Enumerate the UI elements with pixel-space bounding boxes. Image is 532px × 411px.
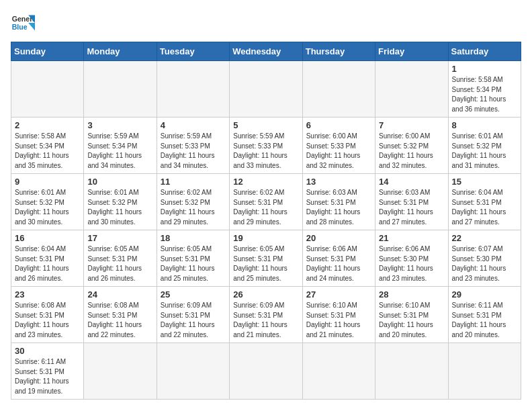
calendar-cell bbox=[448, 343, 521, 400]
calendar-cell: 4Sunrise: 5:59 AMSunset: 5:33 PMDaylight… bbox=[157, 118, 229, 174]
calendar-cell: 10Sunrise: 6:01 AMSunset: 5:32 PMDayligh… bbox=[84, 174, 157, 230]
day-info: Sunrise: 6:03 AMSunset: 5:31 PMDaylight:… bbox=[306, 188, 371, 227]
day-number: 13 bbox=[306, 177, 371, 187]
calendar-cell bbox=[84, 343, 157, 400]
calendar-cell: 6Sunrise: 6:00 AMSunset: 5:33 PMDaylight… bbox=[302, 118, 375, 174]
calendar-cell: 1Sunrise: 5:58 AMSunset: 5:34 PMDaylight… bbox=[448, 61, 521, 118]
day-info: Sunrise: 6:05 AMSunset: 5:31 PMDaylight:… bbox=[233, 244, 298, 283]
calendar-cell: 20Sunrise: 6:06 AMSunset: 5:31 PMDayligh… bbox=[302, 230, 375, 287]
day-info: Sunrise: 6:06 AMSunset: 5:31 PMDaylight:… bbox=[306, 244, 371, 283]
day-info: Sunrise: 6:01 AMSunset: 5:32 PMDaylight:… bbox=[87, 188, 152, 227]
day-info: Sunrise: 6:09 AMSunset: 5:31 PMDaylight:… bbox=[161, 301, 226, 340]
day-info: Sunrise: 5:59 AMSunset: 5:33 PMDaylight:… bbox=[161, 132, 226, 171]
weekday-header-wednesday: Wednesday bbox=[230, 42, 302, 61]
calendar-cell: 12Sunrise: 6:02 AMSunset: 5:31 PMDayligh… bbox=[230, 174, 302, 230]
day-info: Sunrise: 6:01 AMSunset: 5:32 PMDaylight:… bbox=[15, 188, 80, 227]
page-header: General Blue bbox=[11, 11, 521, 35]
calendar-cell: 7Sunrise: 6:00 AMSunset: 5:32 PMDaylight… bbox=[375, 118, 448, 174]
weekday-header-sunday: Sunday bbox=[11, 42, 84, 61]
day-info: Sunrise: 6:09 AMSunset: 5:31 PMDaylight:… bbox=[233, 301, 298, 340]
day-info: Sunrise: 6:06 AMSunset: 5:30 PMDaylight:… bbox=[379, 244, 444, 283]
day-number: 18 bbox=[161, 233, 226, 243]
calendar-cell bbox=[230, 343, 302, 400]
calendar-table: SundayMondayTuesdayWednesdayThursdayFrid… bbox=[11, 42, 521, 400]
calendar-cell: 15Sunrise: 6:04 AMSunset: 5:31 PMDayligh… bbox=[448, 174, 521, 230]
calendar-cell: 3Sunrise: 5:59 AMSunset: 5:34 PMDaylight… bbox=[84, 118, 157, 174]
calendar-cell: 9Sunrise: 6:01 AMSunset: 5:32 PMDaylight… bbox=[11, 174, 84, 230]
calendar-cell bbox=[230, 61, 302, 118]
calendar-cell: 30Sunrise: 6:11 AMSunset: 5:31 PMDayligh… bbox=[11, 343, 84, 400]
day-info: Sunrise: 6:05 AMSunset: 5:31 PMDaylight:… bbox=[87, 244, 152, 283]
day-info: Sunrise: 6:04 AMSunset: 5:31 PMDaylight:… bbox=[15, 244, 80, 283]
day-number: 29 bbox=[452, 289, 517, 300]
day-info: Sunrise: 5:59 AMSunset: 5:33 PMDaylight:… bbox=[233, 132, 298, 171]
day-number: 30 bbox=[15, 346, 80, 356]
day-info: Sunrise: 6:01 AMSunset: 5:32 PMDaylight:… bbox=[452, 132, 517, 171]
calendar-cell: 13Sunrise: 6:03 AMSunset: 5:31 PMDayligh… bbox=[302, 174, 375, 230]
day-number: 4 bbox=[161, 120, 226, 130]
weekday-header-monday: Monday bbox=[84, 42, 157, 61]
day-number: 22 bbox=[452, 233, 517, 243]
svg-text:Blue: Blue bbox=[12, 23, 28, 31]
calendar-cell: 19Sunrise: 6:05 AMSunset: 5:31 PMDayligh… bbox=[230, 230, 302, 287]
calendar-cell bbox=[157, 343, 229, 400]
day-info: Sunrise: 5:59 AMSunset: 5:34 PMDaylight:… bbox=[87, 132, 152, 171]
day-info: Sunrise: 6:03 AMSunset: 5:31 PMDaylight:… bbox=[379, 188, 444, 227]
weekday-header-friday: Friday bbox=[375, 42, 448, 61]
day-number: 19 bbox=[233, 233, 298, 243]
calendar-cell: 22Sunrise: 6:07 AMSunset: 5:30 PMDayligh… bbox=[448, 230, 521, 287]
day-info: Sunrise: 6:02 AMSunset: 5:31 PMDaylight:… bbox=[233, 188, 298, 227]
weekday-header-thursday: Thursday bbox=[302, 42, 375, 61]
day-info: Sunrise: 6:11 AMSunset: 5:31 PMDaylight:… bbox=[15, 357, 80, 396]
day-number: 8 bbox=[452, 120, 517, 130]
day-number: 24 bbox=[87, 289, 152, 300]
day-info: Sunrise: 6:10 AMSunset: 5:31 PMDaylight:… bbox=[379, 301, 444, 340]
day-number: 27 bbox=[306, 289, 371, 300]
calendar-cell: 24Sunrise: 6:08 AMSunset: 5:31 PMDayligh… bbox=[84, 287, 157, 343]
logo: General Blue bbox=[11, 11, 35, 35]
calendar-cell bbox=[302, 343, 375, 400]
day-number: 3 bbox=[87, 120, 152, 130]
calendar-cell bbox=[375, 343, 448, 400]
day-info: Sunrise: 6:02 AMSunset: 5:32 PMDaylight:… bbox=[161, 188, 226, 227]
calendar-cell: 16Sunrise: 6:04 AMSunset: 5:31 PMDayligh… bbox=[11, 230, 84, 287]
day-number: 20 bbox=[306, 233, 371, 243]
day-info: Sunrise: 6:04 AMSunset: 5:31 PMDaylight:… bbox=[452, 188, 517, 227]
day-number: 28 bbox=[379, 289, 444, 300]
day-number: 11 bbox=[161, 177, 226, 187]
calendar-cell: 27Sunrise: 6:10 AMSunset: 5:31 PMDayligh… bbox=[302, 287, 375, 343]
calendar-cell: 2Sunrise: 5:58 AMSunset: 5:34 PMDaylight… bbox=[11, 118, 84, 174]
calendar-cell: 14Sunrise: 6:03 AMSunset: 5:31 PMDayligh… bbox=[375, 174, 448, 230]
calendar-cell bbox=[157, 61, 229, 118]
day-number: 9 bbox=[15, 177, 80, 187]
day-info: Sunrise: 5:58 AMSunset: 5:34 PMDaylight:… bbox=[452, 75, 517, 114]
day-info: Sunrise: 6:00 AMSunset: 5:33 PMDaylight:… bbox=[306, 132, 371, 171]
calendar-cell: 25Sunrise: 6:09 AMSunset: 5:31 PMDayligh… bbox=[157, 287, 229, 343]
calendar-cell: 29Sunrise: 6:11 AMSunset: 5:31 PMDayligh… bbox=[448, 287, 521, 343]
calendar-cell bbox=[375, 61, 448, 118]
day-info: Sunrise: 6:05 AMSunset: 5:31 PMDaylight:… bbox=[161, 244, 226, 283]
svg-marker-3 bbox=[28, 23, 35, 30]
calendar-cell: 8Sunrise: 6:01 AMSunset: 5:32 PMDaylight… bbox=[448, 118, 521, 174]
day-number: 26 bbox=[233, 289, 298, 300]
day-number: 1 bbox=[452, 64, 517, 74]
calendar-cell: 28Sunrise: 6:10 AMSunset: 5:31 PMDayligh… bbox=[375, 287, 448, 343]
day-number: 25 bbox=[161, 289, 226, 300]
calendar-cell: 26Sunrise: 6:09 AMSunset: 5:31 PMDayligh… bbox=[230, 287, 302, 343]
calendar-cell: 11Sunrise: 6:02 AMSunset: 5:32 PMDayligh… bbox=[157, 174, 229, 230]
weekday-header-tuesday: Tuesday bbox=[157, 42, 229, 61]
calendar-cell: 18Sunrise: 6:05 AMSunset: 5:31 PMDayligh… bbox=[157, 230, 229, 287]
day-number: 15 bbox=[452, 177, 517, 187]
day-number: 14 bbox=[379, 177, 444, 187]
day-number: 2 bbox=[15, 120, 80, 130]
day-info: Sunrise: 6:11 AMSunset: 5:31 PMDaylight:… bbox=[452, 301, 517, 340]
day-number: 5 bbox=[233, 120, 298, 130]
calendar-cell: 23Sunrise: 6:08 AMSunset: 5:31 PMDayligh… bbox=[11, 287, 84, 343]
day-number: 21 bbox=[379, 233, 444, 243]
calendar-cell bbox=[11, 61, 84, 118]
calendar-cell bbox=[84, 61, 157, 118]
weekday-header-saturday: Saturday bbox=[448, 42, 521, 61]
day-info: Sunrise: 6:00 AMSunset: 5:32 PMDaylight:… bbox=[379, 132, 444, 171]
day-number: 12 bbox=[233, 177, 298, 187]
day-number: 7 bbox=[379, 120, 444, 130]
